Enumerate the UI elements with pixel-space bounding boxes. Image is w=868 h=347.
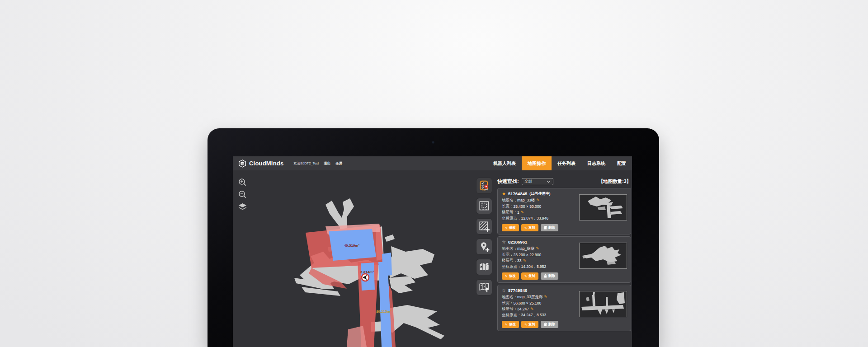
pencil-icon: ✎ [524, 323, 527, 326]
card-actions: ✎修改 ✎复制 删除 [502, 272, 558, 280]
field-value: map_33楼 [517, 198, 535, 203]
star-outline-icon[interactable]: ☆ [502, 240, 506, 244]
navbar: CloudMinds 欢迎BJDT2_Test 退出 全屏 机器人列表 地图操作… [233, 156, 632, 170]
poi-task-list-icon [478, 180, 490, 192]
copy-map-button[interactable]: ✎复制 [521, 272, 538, 280]
quick-find-label: 快速查找: [497, 178, 519, 185]
field-value: 14.204，5.952 [521, 264, 547, 270]
field-value: 56.600 × 25.100 [514, 301, 542, 305]
copy-map-button[interactable]: ✎复制 [521, 321, 538, 328]
map-thumbnail [579, 291, 627, 317]
zoom-out-icon [238, 190, 247, 199]
map-in-use-badge: (12号使用中) [529, 191, 550, 196]
tab-log-system[interactable]: 日志系统 [581, 156, 611, 170]
trash-icon [544, 226, 547, 230]
star-icon[interactable]: ★ [502, 192, 506, 196]
map-tool-column [476, 178, 492, 295]
tool-poi-task-list[interactable] [476, 178, 492, 194]
brand-name: CloudMinds [249, 160, 283, 167]
zoom-out-button[interactable] [238, 190, 247, 199]
pencil-icon: ✎ [505, 323, 508, 326]
pencil-icon: ✎ [505, 275, 508, 278]
layers-button[interactable] [238, 202, 247, 211]
field-label: 地图名： [502, 198, 517, 203]
chevron-down-icon [547, 180, 551, 183]
field-label: 坐标原点： [502, 264, 521, 270]
tab-task-list[interactable]: 任务列表 [552, 156, 581, 170]
zoom-in-button[interactable] [238, 178, 247, 187]
tool-add-virtual-wall[interactable] [476, 218, 492, 234]
map-id: 87749840 [508, 288, 527, 293]
tool-add-poi[interactable] [476, 239, 492, 255]
tab-map-operation[interactable]: 地图操作 [522, 156, 552, 170]
field-value: 34.247，8.533 [521, 313, 547, 318]
zone2-area-label: 8.614m² [360, 270, 374, 274]
map-card[interactable]: ☆ 87749840 地图名：map_33层走廊✎ 长宽：56.600 × 25… [497, 285, 631, 331]
map-upload-icon [478, 281, 490, 293]
map-id: 82186961 [508, 239, 527, 244]
tool-map-annotation[interactable] [476, 259, 492, 275]
robot-marker[interactable] [362, 274, 369, 281]
copy-map-button[interactable]: ✎复制 [521, 224, 538, 231]
area-measure-icon [478, 200, 490, 212]
tab-config[interactable]: 配置 [611, 156, 632, 170]
tool-area-measure[interactable] [476, 198, 492, 214]
delete-map-button[interactable]: 删除 [541, 272, 558, 280]
layers-icon [238, 203, 247, 210]
pencil-icon: ✎ [524, 226, 527, 230]
map-count-text: 【地图数量:3】 [599, 178, 631, 185]
map-id: 51764845 [508, 191, 527, 196]
map-card[interactable]: ☆ 82186961 地图名：map_腿腿✎ 长宽：23.200 × 22.90… [497, 236, 631, 283]
field-value: 1 [517, 210, 519, 215]
brand: CloudMinds [233, 156, 283, 170]
delete-map-button[interactable]: 删除 [541, 224, 558, 231]
field-value: map_33层走廊 [517, 295, 542, 300]
laptop-bezel: CloudMinds 欢迎BJDT2_Test 退出 全屏 机器人列表 地图操作… [208, 128, 659, 347]
edit-pencil-icon[interactable]: ✎ [544, 295, 547, 299]
logout-link[interactable]: 退出 [324, 161, 330, 166]
field-label: 地图名： [502, 246, 517, 252]
card-actions: ✎修改 ✎复制 删除 [502, 321, 558, 328]
map-canvas[interactable]: 40.519m² 8.614m² 80.215m² [233, 170, 496, 347]
map-thumbnail [579, 194, 627, 220]
map-filter-selected: 全部 [524, 179, 532, 184]
tool-map-upload[interactable] [476, 279, 492, 295]
welcome-text: 欢迎BJDT2_Test [293, 161, 319, 166]
edit-map-button[interactable]: ✎修改 [502, 272, 519, 280]
field-label: 楼层号： [502, 306, 517, 312]
delete-map-button[interactable]: 删除 [541, 321, 558, 328]
edit-pencil-icon[interactable]: ✎ [530, 307, 534, 311]
field-label: 坐标原点： [502, 313, 521, 318]
pencil-icon: ✎ [524, 275, 527, 278]
card-fields: 地图名：map_33层走廊✎ 长宽：56.600 × 25.100 楼层号：34… [502, 294, 580, 319]
laptop-screen: CloudMinds 欢迎BJDT2_Test 退出 全屏 机器人列表 地图操作… [233, 156, 632, 347]
add-poi-icon [478, 241, 490, 253]
pencil-icon: ✎ [505, 226, 508, 230]
fullscreen-link[interactable]: 全屏 [335, 161, 342, 166]
field-label: 长宽： [502, 252, 514, 258]
field-label: 地图名： [502, 295, 517, 300]
tab-robot-list[interactable]: 机器人列表 [487, 156, 522, 170]
zone1-area-label: 40.519m² [344, 244, 360, 248]
add-virtual-wall-icon [478, 220, 490, 232]
edit-map-button[interactable]: ✎修改 [502, 321, 519, 328]
zone3-area-label: 80.215m² [376, 309, 392, 314]
cloudminds-logo-icon [238, 159, 246, 168]
star-outline-icon[interactable]: ☆ [502, 288, 506, 293]
card-fields: 地图名：map_腿腿✎ 长宽：23.200 × 22.900 楼层号：33✎ 坐… [502, 246, 580, 270]
card-fields: 地图名：map_33楼✎ 长宽：25.400 × 50.000 楼层号：1✎ 坐… [502, 197, 580, 222]
map-controls [238, 178, 247, 211]
edit-pencil-icon[interactable]: ✎ [523, 259, 526, 263]
field-label: 楼层号： [502, 258, 517, 263]
nav-tabs: 机器人列表 地图操作 任务列表 日志系统 配置 [487, 156, 632, 170]
map-card[interactable]: ★ 51764845 (12号使用中) 地图名：map_33楼✎ 长宽：25.4… [497, 188, 631, 234]
edit-pencil-icon[interactable]: ✎ [521, 211, 524, 215]
map-annotation-icon [478, 261, 490, 273]
trash-icon [544, 274, 547, 278]
field-label: 长宽： [502, 204, 514, 209]
edit-pencil-icon[interactable]: ✎ [536, 247, 539, 251]
edit-map-button[interactable]: ✎修改 [502, 224, 519, 231]
edit-pencil-icon[interactable]: ✎ [536, 198, 540, 202]
map-filter-select[interactable]: 全部 [522, 178, 553, 185]
field-value: 23.200 × 22.900 [514, 253, 542, 257]
